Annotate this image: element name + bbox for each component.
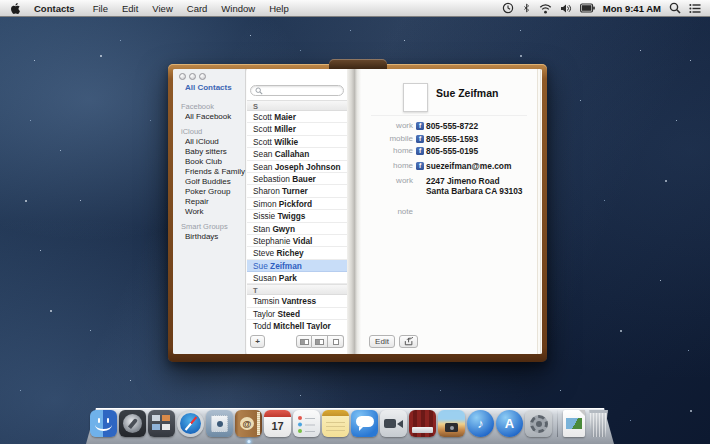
dock-app-store-icon[interactable]: A — [496, 410, 523, 437]
sidebar-item-birthdays[interactable]: Birthdays — [185, 232, 245, 242]
dock-photo-booth-icon[interactable] — [409, 410, 436, 437]
card-and-list-view-button[interactable] — [312, 335, 328, 348]
app-menu-contacts[interactable]: Contacts — [27, 0, 82, 17]
menu-help[interactable]: Help — [262, 0, 296, 17]
contact-row-sissie-twiggs[interactable]: Sissie Twiggs — [247, 210, 347, 222]
menu-edit[interactable]: Edit — [115, 0, 145, 17]
sidebar-item-repair[interactable]: Repair — [185, 197, 245, 207]
detail-footer: Edit — [369, 335, 418, 348]
sidebar-item-all-contacts[interactable]: All Contacts — [185, 83, 232, 92]
contact-row-scott-wilkie[interactable]: Scott Wilkie — [247, 136, 347, 148]
dock-calendar-icon[interactable]: 17 — [264, 410, 291, 437]
contacts-window: All Contacts FacebookAll FacebookiCloudA… — [168, 64, 547, 362]
facebook-badge-icon: f — [416, 122, 424, 130]
contacts-glyph: @ — [240, 417, 254, 430]
sidebar-item-friends-family[interactable]: Friends & Family — [185, 167, 245, 177]
contact-row-stan-gwyn[interactable]: Stan Gwyn — [247, 223, 347, 235]
sidebar-item-golf-buddies[interactable]: Golf Buddies — [185, 177, 245, 187]
menu-items: FileEditViewCardWindowHelp — [86, 0, 296, 17]
contact-first-name: Steve — [253, 248, 277, 258]
contact-row-scott-maier[interactable]: Scott Maier — [247, 111, 347, 123]
contact-last-name: Gwyn — [272, 224, 295, 234]
detail-field-work: workf805-555-8722 — [361, 121, 537, 131]
contact-first-name: Simon — [253, 199, 279, 209]
field-value[interactable]: 2247 Jimeno RoadSanta Barbara CA 93103 — [426, 176, 523, 196]
dock-mail-icon[interactable] — [206, 410, 233, 437]
contact-row-simon-pickford[interactable]: Simon Pickford — [247, 198, 347, 210]
minimize-button[interactable] — [189, 73, 196, 80]
menu-view[interactable]: View — [145, 0, 179, 17]
share-icon — [404, 337, 414, 346]
time-machine-icon[interactable] — [502, 2, 514, 14]
dock-notes-icon[interactable] — [322, 410, 349, 437]
contact-photo[interactable] — [403, 83, 428, 112]
menu-bar-status-area: Mon 9:41 AM — [502, 2, 710, 14]
running-indicator — [247, 440, 250, 443]
notification-center-icon[interactable] — [689, 3, 701, 14]
sidebar-item-all-facebook[interactable]: All Facebook — [185, 112, 245, 122]
contact-row-sharon-turner[interactable]: Sharon Turner — [247, 185, 347, 197]
apple-menu[interactable] — [10, 2, 21, 15]
sidebar-item-all-icloud[interactable]: All iCloud — [185, 137, 245, 147]
wifi-icon[interactable] — [539, 3, 552, 14]
contact-row-sue-zeifman[interactable]: Sue Zeifman — [247, 260, 347, 272]
dock-iphoto-icon[interactable] — [438, 410, 465, 437]
page-edge-stack — [537, 69, 542, 354]
field-value[interactable]: 805-555-0195 — [426, 146, 478, 156]
detail-field-work: work2247 Jimeno RoadSanta Barbara CA 931… — [361, 176, 537, 196]
field-value-line: 805-555-1593 — [426, 134, 478, 144]
detail-field-home: homef805-555-0195 — [361, 146, 537, 156]
menu-window[interactable]: Window — [214, 0, 262, 17]
field-value[interactable]: 805-555-1593 — [426, 134, 478, 144]
contact-row-susan-park[interactable]: Susan Park — [247, 272, 347, 284]
contact-row-sean-joseph-johnson[interactable]: Sean Joseph Johnson — [247, 161, 347, 173]
contact-row-sean-callahan[interactable]: Sean Callahan — [247, 148, 347, 160]
sidebar-item-poker-group[interactable]: Poker Group — [185, 187, 245, 197]
battery-icon[interactable] — [580, 3, 595, 13]
sidebar-item-book-club[interactable]: Book Club — [185, 157, 245, 167]
dock-safari-icon[interactable] — [177, 410, 204, 437]
search-input[interactable] — [250, 85, 344, 96]
sidebar-item-work[interactable]: Work — [185, 207, 245, 217]
edit-button[interactable]: Edit — [369, 335, 395, 348]
menu-file[interactable]: File — [86, 0, 115, 17]
contact-first-name: Sebastion — [253, 174, 292, 184]
contact-first-name: Sue — [253, 261, 270, 271]
dock-system-preferences-icon[interactable] — [525, 410, 552, 437]
contact-row-scott-miller[interactable]: Scott Miller — [247, 123, 347, 135]
close-button[interactable] — [179, 73, 186, 80]
contact-row-stephanie-vidal[interactable]: Stephanie Vidal — [247, 235, 347, 247]
card-only-view-button[interactable] — [328, 335, 344, 348]
menu-card[interactable]: Card — [180, 0, 215, 17]
add-contact-button[interactable]: + — [250, 335, 265, 348]
dock-finder-icon[interactable] — [90, 410, 117, 437]
contact-row-tamsin-vantress[interactable]: Tamsin Vantress — [247, 295, 347, 307]
menu-bar-clock[interactable]: Mon 9:41 AM — [603, 3, 661, 14]
dock-mission-control-icon[interactable] — [148, 410, 175, 437]
bluetooth-icon[interactable] — [522, 2, 531, 14]
page-fold — [347, 69, 361, 354]
dock-messages-icon[interactable] — [351, 410, 378, 437]
list-and-card-view-button[interactable] — [296, 335, 312, 348]
contact-row-sebastion-bauer[interactable]: Sebastion Bauer — [247, 173, 347, 185]
groups-sidebar: All Contacts FacebookAll FacebookiCloudA… — [173, 69, 246, 354]
dock-facetime-icon[interactable] — [380, 410, 407, 437]
sidebar-item-baby-sitters[interactable]: Baby sitters — [185, 147, 245, 157]
detail-divider — [371, 115, 527, 116]
contact-first-name: Tamsin — [253, 296, 282, 306]
field-value[interactable]: 805-555-8722 — [426, 121, 478, 131]
dock-reminders-icon[interactable] — [293, 410, 320, 437]
field-value[interactable]: suezeifman@me.com — [426, 161, 511, 171]
contact-row-todd-mitchell-taylor[interactable]: Todd Mitchell Taylor — [247, 320, 347, 330]
dock-itunes-icon[interactable]: ♪ — [467, 410, 494, 437]
volume-icon[interactable] — [560, 3, 572, 14]
dock-launchpad-icon[interactable] — [119, 410, 146, 437]
zoom-button[interactable] — [199, 73, 206, 80]
share-button[interactable] — [399, 335, 418, 348]
dock-documents-icon[interactable] — [563, 410, 585, 437]
dock-contacts-icon[interactable]: @ — [235, 410, 262, 437]
field-value-line: suezeifman@me.com — [426, 161, 511, 171]
spotlight-icon[interactable] — [669, 2, 681, 14]
contact-row-steve-richey[interactable]: Steve Richey — [247, 247, 347, 259]
contact-row-taylor-steed[interactable]: Taylor Steed — [247, 308, 347, 320]
